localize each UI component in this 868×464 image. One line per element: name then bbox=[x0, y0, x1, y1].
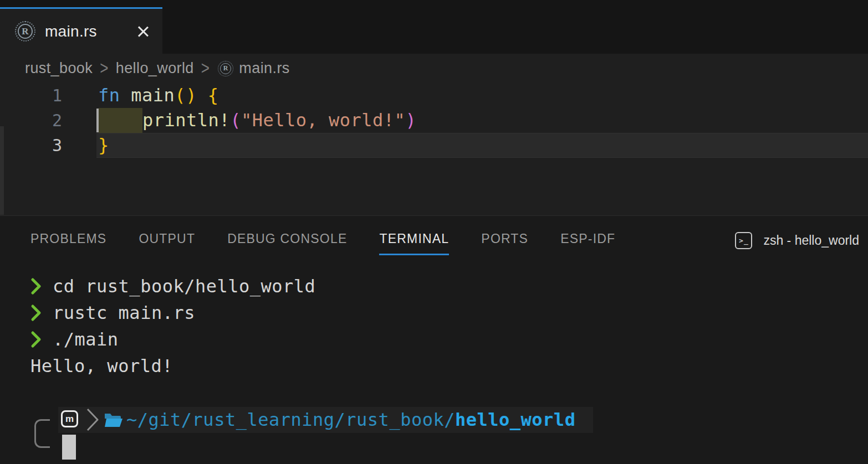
chevron-right-icon: > bbox=[100, 58, 109, 79]
command-text: cd rust_book/hello_world bbox=[53, 276, 315, 297]
panel-tab-debug-console[interactable]: DEBUG CONSOLE bbox=[227, 216, 347, 255]
code-line-2: 2 println!("Hello, world!") bbox=[0, 108, 868, 133]
prompt-path: ~/git/rust_learning/rust_book/hello_worl… bbox=[126, 407, 575, 433]
command-text: rustc main.rs bbox=[53, 302, 195, 323]
window-edge-strip bbox=[0, 126, 4, 215]
vscode-window: R main.rs rust_book > hello_world > R ma… bbox=[0, 0, 868, 464]
terminal-instance-label: zsh - hello_world bbox=[763, 233, 859, 248]
panel-tab-output[interactable]: OUTPUT bbox=[139, 216, 195, 255]
editor-tab-bar: R main.rs bbox=[0, 0, 868, 54]
rust-logo-icon: R bbox=[15, 21, 35, 42]
line-number: 3 bbox=[0, 133, 62, 158]
panel-tab-problems[interactable]: PROBLEMS bbox=[30, 216, 106, 255]
terminal-cursor bbox=[62, 435, 76, 460]
breadcrumb: rust_book > hello_world > R main.rs bbox=[0, 54, 868, 83]
tab-main-rs[interactable]: R main.rs bbox=[0, 7, 162, 54]
breadcrumb-item-main-rs[interactable]: main.rs bbox=[239, 60, 289, 77]
line-number: 2 bbox=[0, 108, 62, 133]
terminal-instance-picker[interactable]: >_ zsh - hello_world bbox=[735, 232, 859, 249]
code-text: println!("Hello, world!") bbox=[142, 108, 416, 133]
terminal-command-line: cd rust_book/hello_world bbox=[30, 273, 315, 300]
line-number: 1 bbox=[0, 83, 62, 108]
editor-region: rust_book > hello_world > R main.rs 1 fn… bbox=[0, 54, 868, 215]
breadcrumb-item-hello-world[interactable]: hello_world bbox=[116, 60, 194, 77]
folder-open-icon bbox=[104, 413, 123, 430]
breadcrumb-item-rust-book[interactable]: rust_book bbox=[25, 60, 93, 77]
prompt-bracket-decoration bbox=[34, 419, 50, 448]
output-text: Hello, world! bbox=[30, 355, 173, 377]
terminal-body[interactable]: cd rust_book/hello_world rustc main.rs .… bbox=[0, 273, 868, 464]
editor-cursor bbox=[96, 109, 99, 132]
panel-tab-terminal[interactable]: TERMINAL bbox=[379, 216, 449, 255]
tab-title: main.rs bbox=[45, 23, 97, 40]
terminal-icon: >_ bbox=[735, 232, 752, 249]
panel-tab-esp-idf[interactable]: ESP-IDF bbox=[560, 216, 615, 255]
prompt-chevron-icon bbox=[30, 304, 53, 322]
indent-selection-highlight bbox=[99, 108, 142, 133]
bottom-panel: PROBLEMS OUTPUT DEBUG CONSOLE TERMINAL P… bbox=[0, 215, 868, 464]
chevron-right-icon: > bbox=[201, 58, 210, 79]
terminal-command-line: rustc main.rs bbox=[30, 300, 195, 326]
code-editor[interactable]: 1 fn main() { 2 println!("Hello, world!"… bbox=[0, 83, 868, 215]
close-icon[interactable] bbox=[135, 23, 151, 40]
prompt-chevron-icon bbox=[30, 331, 53, 348]
command-text: ./main bbox=[53, 329, 119, 350]
code-text: fn main() { bbox=[98, 83, 218, 108]
panel-tab-ports[interactable]: PORTS bbox=[481, 216, 528, 255]
rust-logo-icon: R bbox=[218, 61, 233, 76]
prompt-arrow-icon bbox=[84, 406, 101, 435]
linux-mint-icon: m bbox=[61, 410, 78, 427]
terminal-command-line: ./main bbox=[30, 326, 119, 353]
terminal-output-line: Hello, world! bbox=[30, 353, 173, 379]
code-text: } bbox=[98, 133, 109, 158]
current-directory: hello_world bbox=[455, 409, 575, 430]
code-line-1: 1 fn main() { bbox=[0, 83, 868, 108]
prompt-chevron-icon bbox=[30, 277, 53, 295]
code-line-3: 3 } bbox=[0, 133, 868, 158]
panel-tab-bar: PROBLEMS OUTPUT DEBUG CONSOLE TERMINAL P… bbox=[30, 216, 615, 255]
